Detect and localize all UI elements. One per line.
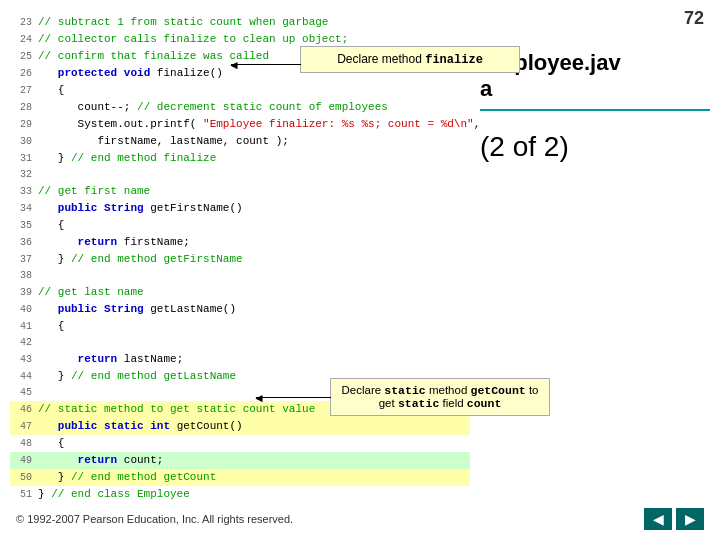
line-code: public String getFirstName()	[38, 200, 470, 216]
code-line: 30 firstName, lastName, count );	[10, 133, 470, 150]
line-code: public static int getCount()	[38, 418, 470, 434]
code-line: 39// get last name	[10, 284, 470, 301]
line-number: 32	[10, 167, 38, 183]
line-code: // get first name	[38, 183, 470, 199]
line-code: return firstName;	[38, 234, 470, 250]
line-code: // collector calls finalize to clean up …	[38, 31, 470, 47]
code-line: 49 return count;	[10, 452, 470, 469]
line-code: protected void finalize()	[38, 65, 470, 81]
copyright: © 1992-2007 Pearson Education, Inc. All …	[16, 513, 293, 525]
line-number: 39	[10, 285, 38, 301]
line-number: 25	[10, 49, 38, 65]
code-line: 32	[10, 167, 470, 183]
line-number: 41	[10, 319, 38, 335]
line-code: } // end method finalize	[38, 150, 470, 166]
line-number: 45	[10, 385, 38, 401]
line-number: 50	[10, 470, 38, 486]
line-code: public String getLastName()	[38, 301, 470, 317]
code-line: 25// confirm that finalize was called	[10, 48, 470, 65]
nav-forward-icon: ▶	[685, 511, 696, 527]
footer: © 1992-2007 Pearson Education, Inc. All …	[0, 508, 720, 530]
nav-back-button[interactable]: ◀	[644, 508, 672, 530]
nav-forward-button[interactable]: ▶	[676, 508, 704, 530]
line-code: count--; // decrement static count of em…	[38, 99, 470, 115]
code-line: 41 {	[10, 318, 470, 335]
line-number: 23	[10, 15, 38, 31]
line-number: 42	[10, 335, 38, 351]
line-code: // get last name	[38, 284, 470, 300]
line-number: 48	[10, 436, 38, 452]
code-line: 28 count--; // decrement static count of…	[10, 99, 470, 116]
code-line: 37 } // end method getFirstName	[10, 251, 470, 268]
line-number: 26	[10, 66, 38, 82]
line-number: 43	[10, 352, 38, 368]
code-line: 50 } // end method getCount	[10, 469, 470, 486]
code-panel: 23// subtract 1 from static count when g…	[10, 10, 470, 540]
line-code: // subtract 1 from static count when gar…	[38, 14, 470, 30]
line-code: {	[38, 435, 470, 451]
code-line: 40 public String getLastName()	[10, 301, 470, 318]
line-number: 37	[10, 252, 38, 268]
line-code: } // end method getLastName	[38, 368, 470, 384]
code-line: 34 public String getFirstName()	[10, 200, 470, 217]
line-number: 28	[10, 100, 38, 116]
line-number: 34	[10, 201, 38, 217]
line-number: 51	[10, 487, 38, 503]
line-number: 30	[10, 134, 38, 150]
line-number: 29	[10, 117, 38, 133]
line-number: 35	[10, 218, 38, 234]
line-code: } // end class Employee	[38, 486, 470, 502]
code-line: 26 protected void finalize()	[10, 65, 470, 82]
code-line: 47 public static int getCount()	[10, 418, 470, 435]
line-number: 27	[10, 83, 38, 99]
code-line: 29 System.out.printf( "Employee finalize…	[10, 116, 470, 133]
line-number: 44	[10, 369, 38, 385]
line-code: // static method to get static count val…	[38, 401, 470, 417]
code-line: 33// get first name	[10, 183, 470, 200]
line-code: } // end method getCount	[38, 469, 470, 485]
code-line: 46// static method to get static count v…	[10, 401, 470, 418]
file-title: Employee.jav a	[480, 50, 710, 103]
content-area: 23// subtract 1 from static count when g…	[0, 0, 720, 540]
line-number: 24	[10, 32, 38, 48]
line-number: 33	[10, 184, 38, 200]
code-line: 24// collector calls finalize to clean u…	[10, 31, 470, 48]
line-number: 38	[10, 268, 38, 284]
line-code: {	[38, 82, 470, 98]
divider	[480, 109, 710, 111]
slide-number: 72	[684, 8, 704, 29]
code-line: 43 return lastName;	[10, 351, 470, 368]
line-number: 47	[10, 419, 38, 435]
line-code: System.out.printf( "Employee finalizer: …	[38, 116, 480, 132]
code-line: 51} // end class Employee	[10, 486, 470, 503]
code-line: 42	[10, 335, 470, 351]
line-code: return count;	[38, 452, 470, 468]
line-number: 40	[10, 302, 38, 318]
right-panel: Employee.jav a (2 of 2)	[470, 10, 710, 540]
code-line: 23// subtract 1 from static count when g…	[10, 14, 470, 31]
of-label: (2 of 2)	[480, 131, 710, 163]
code-line: 36 return firstName;	[10, 234, 470, 251]
code-line: 38	[10, 268, 470, 284]
line-number: 49	[10, 453, 38, 469]
line-code: return lastName;	[38, 351, 470, 367]
nav-buttons: ◀ ▶	[644, 508, 704, 530]
line-number: 31	[10, 151, 38, 167]
slide-container: 72 23// subtract 1 from static count whe…	[0, 0, 720, 540]
line-number: 36	[10, 235, 38, 251]
code-line: 35 {	[10, 217, 470, 234]
line-code: firstName, lastName, count );	[38, 133, 470, 149]
code-line: 31 } // end method finalize	[10, 150, 470, 167]
line-code: {	[38, 318, 470, 334]
line-code: } // end method getFirstName	[38, 251, 470, 267]
line-code: // confirm that finalize was called	[38, 48, 470, 64]
code-line: 44 } // end method getLastName	[10, 368, 470, 385]
nav-back-icon: ◀	[653, 511, 664, 527]
code-line: 45	[10, 385, 470, 401]
line-code: {	[38, 217, 470, 233]
line-number: 46	[10, 402, 38, 418]
code-line: 48 {	[10, 435, 470, 452]
code-line: 27 {	[10, 82, 470, 99]
